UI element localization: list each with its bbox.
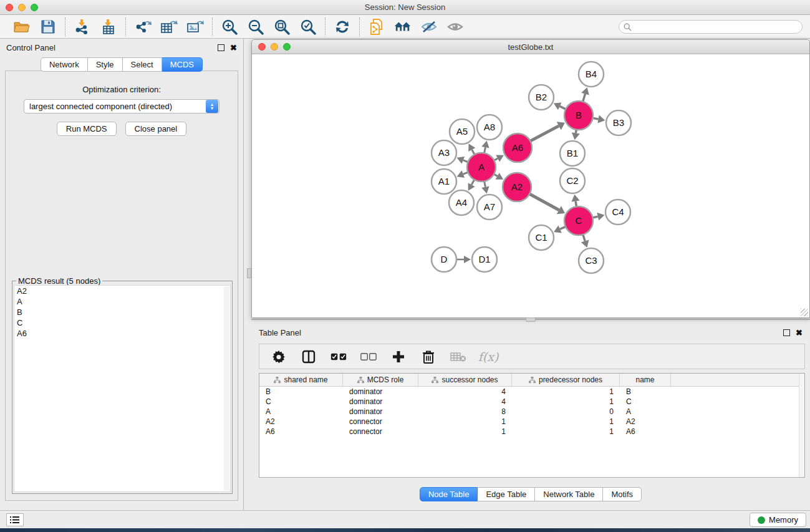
- network-zoom-button[interactable]: [283, 43, 291, 51]
- table-cell[interactable]: A6: [259, 427, 343, 436]
- network-window-titlebar[interactable]: testGlobe.txt: [252, 40, 809, 54]
- select-all-checkboxes-icon[interactable]: [330, 349, 347, 365]
- tab-edge-table[interactable]: Edge Table: [478, 487, 535, 501]
- zoom-window-button[interactable]: [31, 4, 38, 11]
- table-settings-icon[interactable]: [271, 349, 287, 365]
- table-cell[interactable]: A: [259, 407, 343, 416]
- tab-mcds[interactable]: MCDS: [162, 57, 203, 72]
- table-cell[interactable]: 0: [512, 407, 620, 416]
- table-cell[interactable]: 1: [418, 427, 512, 436]
- export-network-icon[interactable]: [134, 19, 152, 35]
- home-view-icon[interactable]: [394, 19, 412, 35]
- table-cell[interactable]: 1: [512, 427, 620, 436]
- table-cell[interactable]: A: [620, 407, 671, 416]
- horizontal-splitter-handle[interactable]: [526, 317, 536, 322]
- memory-button[interactable]: Memory: [750, 513, 806, 527]
- criterion-dropdown[interactable]: largest connected component (directed) ▲…: [24, 99, 219, 114]
- table-cell[interactable]: 1: [512, 387, 620, 396]
- save-session-icon[interactable]: [39, 19, 57, 35]
- table-row[interactable]: Bdominator41B: [259, 387, 804, 397]
- float-panel-icon[interactable]: [218, 44, 224, 51]
- tab-network[interactable]: Network: [41, 57, 88, 72]
- table-cell[interactable]: 4: [418, 387, 512, 396]
- export-table-icon[interactable]: [160, 19, 178, 35]
- table-cell[interactable]: 1: [512, 397, 620, 406]
- add-column-icon[interactable]: [390, 349, 407, 365]
- result-list-item[interactable]: C: [14, 317, 230, 328]
- network-close-button[interactable]: [258, 43, 266, 51]
- delete-column-icon[interactable]: [420, 349, 436, 365]
- table-cell[interactable]: B: [259, 387, 343, 396]
- table-cell[interactable]: dominator: [343, 397, 418, 406]
- tab-network-table[interactable]: Network Table: [535, 487, 603, 501]
- table-cell[interactable]: 8: [418, 407, 512, 416]
- result-list-item[interactable]: A2: [14, 286, 230, 296]
- minimize-window-button[interactable]: [18, 4, 26, 11]
- show-panels-button[interactable]: [6, 513, 24, 526]
- zoom-in-icon[interactable]: [221, 19, 238, 35]
- table-row[interactable]: Cdominator41C: [259, 397, 804, 407]
- column-header-MCDS-role[interactable]: MCDS role: [343, 374, 418, 386]
- mcds-result-list[interactable]: A2ABCA6: [14, 285, 231, 492]
- column-visibility-icon[interactable]: [301, 349, 317, 365]
- search-field[interactable]: [619, 20, 803, 34]
- table-cell[interactable]: B: [620, 387, 671, 396]
- result-list-item[interactable]: A: [14, 296, 230, 307]
- close-window-button[interactable]: [6, 4, 13, 11]
- export-image-icon[interactable]: [186, 19, 204, 35]
- tab-node-table[interactable]: Node Table: [420, 487, 478, 501]
- column-header-name[interactable]: name: [620, 374, 671, 386]
- refresh-icon[interactable]: [334, 19, 351, 35]
- table-row[interactable]: A6connector11A6: [259, 427, 804, 437]
- table-cell[interactable]: C: [620, 397, 671, 406]
- table-cell[interactable]: C: [259, 397, 343, 406]
- table-cell[interactable]: A2: [620, 417, 671, 426]
- close-panel-icon[interactable]: ✖: [230, 44, 237, 51]
- table-cell[interactable]: 4: [418, 397, 512, 406]
- column-header-predecessor-nodes[interactable]: predecessor nodes: [512, 374, 620, 386]
- resize-grip-icon[interactable]: [801, 309, 808, 316]
- delete-table-icon[interactable]: [450, 349, 466, 365]
- network-canvas[interactable]: B4B2BB3A8A5A6B1A3AC2A1A2A4A7C4CC1C3DD1: [252, 54, 809, 317]
- table-cell[interactable]: connector: [343, 427, 418, 436]
- deselect-all-checkboxes-icon[interactable]: [360, 349, 377, 365]
- column-header-shared-name[interactable]: shared name: [259, 374, 343, 386]
- table-scrollbar[interactable]: [799, 374, 804, 477]
- float-table-panel-icon[interactable]: [783, 329, 790, 336]
- toggle-hide-icon[interactable]: [420, 19, 438, 35]
- new-network-from-selection-icon[interactable]: [368, 19, 385, 35]
- table-cell[interactable]: dominator: [343, 407, 418, 416]
- open-session-icon[interactable]: [13, 19, 31, 35]
- network-minimize-button[interactable]: [271, 43, 278, 51]
- table-row[interactable]: A2connector11A2: [259, 417, 804, 427]
- function-builder-icon[interactable]: f(x): [480, 349, 496, 365]
- show-view-icon[interactable]: [446, 19, 464, 35]
- tab-select[interactable]: Select: [123, 57, 162, 72]
- result-list-item[interactable]: B: [14, 307, 230, 317]
- zoom-selected-icon[interactable]: [299, 19, 317, 35]
- edge-A2-C[interactable]: [528, 193, 559, 210]
- zoom-fit-icon[interactable]: [273, 19, 291, 35]
- tab-style[interactable]: Style: [88, 57, 123, 72]
- edge-A6-B[interactable]: [529, 126, 559, 142]
- zoom-out-icon[interactable]: [247, 19, 264, 35]
- table-cell[interactable]: 1: [418, 417, 512, 426]
- table-row[interactable]: Adominator80A: [259, 407, 804, 417]
- node-label-A3: A3: [438, 147, 450, 158]
- result-list-scrollbar[interactable]: [224, 286, 229, 491]
- close-table-panel-icon[interactable]: ✖: [796, 329, 803, 336]
- table-cell[interactable]: connector: [343, 417, 418, 426]
- table-cell[interactable]: A6: [620, 427, 671, 436]
- table-cell[interactable]: dominator: [343, 387, 418, 396]
- import-table-icon[interactable]: [100, 19, 117, 35]
- column-header-successor-nodes[interactable]: successor nodes: [418, 374, 512, 386]
- search-input[interactable]: [634, 22, 802, 31]
- table-cell[interactable]: A2: [259, 417, 343, 426]
- close-panel-button[interactable]: Close panel: [125, 122, 187, 136]
- result-list-item[interactable]: A6: [14, 328, 230, 339]
- table-cell[interactable]: 1: [512, 417, 620, 426]
- vertical-splitter-handle[interactable]: [247, 268, 251, 278]
- import-network-icon[interactable]: [74, 19, 91, 35]
- run-mcds-button[interactable]: Run MCDS: [57, 122, 117, 136]
- tab-motifs[interactable]: Motifs: [603, 487, 642, 501]
